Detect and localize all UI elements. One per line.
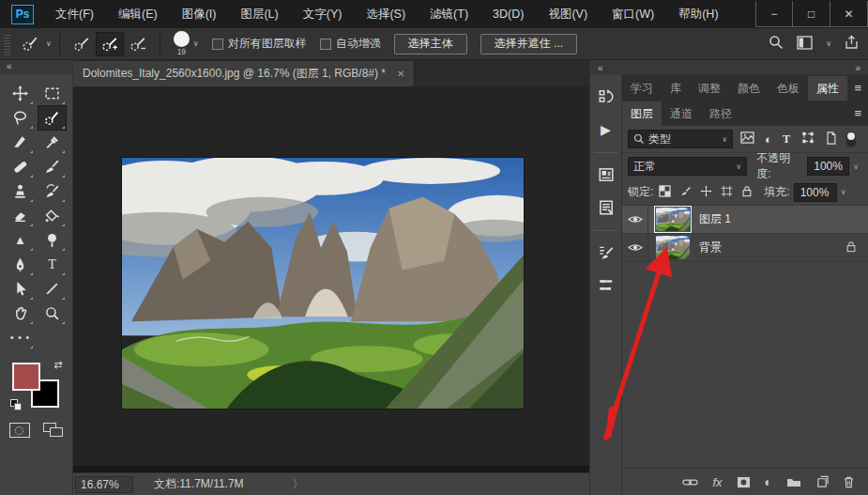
- collapse-toolbar-icon[interactable]: «: [0, 60, 72, 74]
- new-group-icon[interactable]: [786, 476, 801, 487]
- brush-tool[interactable]: [38, 155, 66, 178]
- menu-help[interactable]: 帮助(H): [666, 0, 730, 28]
- tab-channels[interactable]: 通道: [662, 101, 701, 126]
- chevron-down-icon[interactable]: ∨: [849, 157, 862, 176]
- expand-dock-icon[interactable]: »: [855, 63, 860, 73]
- crop-tool[interactable]: [7, 131, 34, 154]
- new-adjustment-layer-icon[interactable]: ◐: [765, 474, 772, 489]
- blend-mode-dropdown[interactable]: 正常 ∨: [628, 157, 747, 176]
- menu-3d[interactable]: 3D(D): [480, 0, 536, 28]
- chevron-down-icon[interactable]: ∨: [46, 39, 52, 48]
- select-and-mask-button[interactable]: 选择并遮住 ...: [480, 34, 577, 54]
- layer-thumbnail[interactable]: [656, 236, 690, 259]
- menu-file[interactable]: 文件(F): [43, 0, 106, 28]
- lock-artboard-icon[interactable]: [721, 185, 733, 200]
- menu-view[interactable]: 视图(V): [536, 0, 600, 28]
- filter-adjustment-layers-icon[interactable]: ◐: [765, 132, 772, 147]
- chevron-down-icon[interactable]: ∨: [837, 183, 850, 202]
- auto-enhance-checkbox[interactable]: 自动增强: [320, 36, 381, 52]
- menu-type[interactable]: 文字(Y): [291, 0, 355, 28]
- lock-position-icon[interactable]: [700, 185, 712, 200]
- menu-select[interactable]: 选择(S): [354, 0, 418, 28]
- marquee-tool[interactable]: [38, 82, 66, 105]
- eyedropper-tool[interactable]: [38, 131, 66, 154]
- gradient-tool[interactable]: [38, 204, 66, 227]
- menu-image[interactable]: 图像(I): [170, 0, 229, 28]
- dodge-tool[interactable]: [38, 228, 66, 252]
- checkbox-icon[interactable]: [212, 39, 223, 50]
- filter-type-layers-icon[interactable]: T: [783, 131, 791, 147]
- collapse-dock-icon[interactable]: «: [598, 63, 603, 73]
- quick-mask-mode-icon[interactable]: [9, 423, 30, 438]
- panel-menu-icon[interactable]: ≡: [854, 106, 861, 120]
- lock-all-icon[interactable]: [741, 185, 753, 200]
- close-tab-icon[interactable]: ✕: [397, 69, 404, 79]
- menu-edit[interactable]: 编辑(E): [106, 0, 170, 28]
- link-layers-icon[interactable]: [682, 477, 698, 487]
- menu-layer[interactable]: 图层(L): [228, 0, 290, 28]
- actions-panel-icon[interactable]: ▶: [594, 117, 618, 142]
- lock-transparency-icon[interactable]: [659, 185, 671, 200]
- tab-learn[interactable]: 学习: [622, 76, 662, 101]
- sample-all-layers-checkbox[interactable]: 对所有图层取样: [212, 36, 307, 52]
- tool-preset-icon[interactable]: [16, 32, 44, 56]
- workspace-switcher-icon[interactable]: [797, 36, 813, 53]
- canvas-pasteboard[interactable]: [73, 86, 589, 466]
- canvas-image[interactable]: [122, 158, 524, 409]
- pen-tool[interactable]: [7, 253, 34, 276]
- tab-adjustments[interactable]: 调整: [690, 76, 729, 101]
- select-subject-button[interactable]: 选择主体: [394, 34, 467, 54]
- visibility-eye-icon[interactable]: [622, 206, 648, 234]
- layer-thumbnail[interactable]: [656, 208, 690, 231]
- menu-filter[interactable]: 滤镜(T): [418, 0, 480, 28]
- status-chevron-icon[interactable]: 〉: [293, 476, 304, 492]
- new-layer-icon[interactable]: [815, 475, 829, 488]
- paragraph-panel-icon[interactable]: [594, 195, 618, 220]
- tab-color[interactable]: 颜色: [729, 76, 769, 101]
- close-button[interactable]: ✕: [830, 1, 868, 27]
- line-tool[interactable]: [38, 277, 66, 301]
- chevron-down-icon[interactable]: ∨: [193, 39, 199, 48]
- lock-pixels-icon[interactable]: [679, 185, 692, 200]
- history-panel-icon[interactable]: [594, 85, 618, 109]
- menu-window[interactable]: 窗口(W): [600, 0, 666, 28]
- opacity-field[interactable]: 100%: [807, 157, 849, 176]
- zoom-tool[interactable]: [38, 302, 66, 325]
- new-selection-icon[interactable]: [68, 32, 96, 56]
- screen-mode-icon[interactable]: [43, 423, 64, 438]
- foreground-color-swatch[interactable]: [12, 363, 40, 391]
- layer-filter-toggle[interactable]: [846, 131, 856, 147]
- quick-selection-tool[interactable]: [38, 106, 66, 130]
- layer-row-layer1[interactable]: 图层 1: [622, 206, 868, 234]
- layer-name[interactable]: 背景: [699, 240, 722, 255]
- spot-healing-brush-tool[interactable]: [7, 155, 34, 178]
- sharpen-tool[interactable]: ▲: [7, 228, 34, 252]
- layer-style-fx-icon[interactable]: fx: [712, 475, 722, 489]
- brushes-panel-icon[interactable]: [594, 273, 618, 298]
- edit-toolbar-icon[interactable]: • • •: [7, 326, 34, 349]
- swap-colors-icon[interactable]: ⇄: [53, 359, 62, 371]
- visibility-eye-icon[interactable]: [622, 234, 648, 262]
- default-colors-icon[interactable]: [10, 399, 23, 411]
- filter-pixel-layers-icon[interactable]: [740, 131, 754, 147]
- filter-shape-layers-icon[interactable]: [801, 131, 815, 147]
- delete-layer-icon[interactable]: [843, 475, 855, 488]
- brush-settings-panel-icon[interactable]: [594, 240, 618, 265]
- subtract-from-selection-icon[interactable]: [124, 32, 152, 56]
- lasso-tool[interactable]: [7, 106, 34, 130]
- history-brush-tool[interactable]: [38, 179, 66, 203]
- fill-field[interactable]: 100%: [794, 183, 837, 202]
- add-to-selection-icon[interactable]: [96, 32, 124, 56]
- tab-layers[interactable]: 图层: [622, 101, 662, 126]
- layer-row-background[interactable]: 背景: [622, 234, 868, 262]
- path-selection-tool[interactable]: [7, 277, 34, 301]
- type-tool[interactable]: T: [38, 253, 66, 276]
- add-layer-mask-icon[interactable]: [737, 476, 751, 488]
- filter-kind-dropdown[interactable]: 类型 ∨: [628, 130, 733, 148]
- hand-tool[interactable]: [7, 302, 34, 325]
- tab-swatches[interactable]: 色板: [769, 76, 808, 101]
- share-icon[interactable]: [845, 35, 859, 53]
- filter-smart-objects-icon[interactable]: [825, 131, 837, 147]
- maximize-button[interactable]: □: [793, 1, 830, 27]
- chevron-down-icon[interactable]: ∨: [826, 39, 831, 48]
